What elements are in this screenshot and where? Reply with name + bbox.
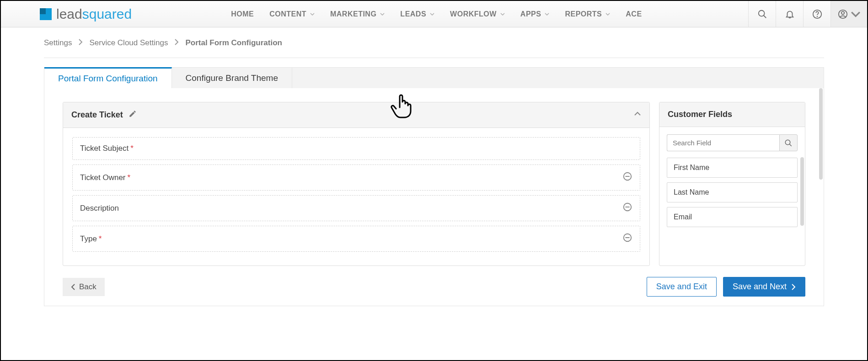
svg-point-3 xyxy=(817,16,817,16)
header: leadsquared HOMECONTENTMARKETINGLEADSWOR… xyxy=(1,1,867,27)
edit-icon[interactable] xyxy=(129,110,137,120)
field-row[interactable]: Ticket Subject* xyxy=(72,137,640,160)
search-icon[interactable] xyxy=(748,1,776,27)
chevron-down-icon xyxy=(545,12,549,16)
search-field-input[interactable] xyxy=(667,134,779,151)
tabs: Portal Form ConfigurationConfigure Brand… xyxy=(44,67,824,88)
bell-icon[interactable] xyxy=(776,1,803,27)
help-icon[interactable] xyxy=(803,1,830,27)
draggable-field[interactable]: Last Name xyxy=(667,182,798,202)
logo[interactable]: leadsquared xyxy=(40,6,132,22)
chevron-down-icon xyxy=(430,12,434,16)
breadcrumb-settings[interactable]: Settings xyxy=(44,38,72,48)
nav: HOMECONTENTMARKETINGLEADSWORKFLOWAPPSREP… xyxy=(223,1,649,27)
nav-ace[interactable]: ACE xyxy=(618,1,649,27)
field-row[interactable]: Ticket Owner* xyxy=(72,165,640,191)
card-header: Create Ticket xyxy=(63,102,649,128)
chevron-down-icon xyxy=(380,12,385,16)
card-header: Customer Fields xyxy=(659,102,805,127)
search-icon xyxy=(784,139,793,147)
field-row[interactable]: Type* xyxy=(72,226,640,252)
customer-fields-card: Customer Fields First NameLast NameEmail xyxy=(659,102,805,266)
draggable-field[interactable]: Email xyxy=(667,207,798,227)
create-ticket-card: Create Ticket Ticket Subject*Ticket Owne… xyxy=(63,102,650,266)
svg-point-12 xyxy=(785,140,790,145)
svg-point-0 xyxy=(758,10,764,16)
nav-marketing[interactable]: MARKETING xyxy=(322,1,392,27)
nav-apps[interactable]: APPS xyxy=(513,1,557,27)
tab-portal-form-configuration[interactable]: Portal Form Configuration xyxy=(44,67,172,88)
remove-icon[interactable] xyxy=(622,202,632,214)
collapse-icon[interactable] xyxy=(634,110,641,120)
save-and-next-button[interactable]: Save and Next xyxy=(723,277,805,297)
breadcrumb-current: Portal Form Configuration xyxy=(185,38,282,48)
field-row[interactable]: Description xyxy=(72,195,640,221)
chevron-right-icon xyxy=(78,38,83,48)
scrollbar[interactable] xyxy=(800,157,804,226)
logo-mark-icon xyxy=(40,8,52,20)
nav-home[interactable]: HOME xyxy=(223,1,262,27)
remove-icon[interactable] xyxy=(622,233,632,245)
search-button[interactable] xyxy=(779,134,798,151)
svg-line-1 xyxy=(763,15,766,18)
user-menu[interactable] xyxy=(830,1,867,27)
logo-text: leadsquared xyxy=(56,6,132,22)
chevron-down-icon xyxy=(310,12,315,16)
scrollbar[interactable] xyxy=(819,88,823,180)
chevron-down-icon xyxy=(851,9,861,19)
nav-leads[interactable]: LEADS xyxy=(392,1,442,27)
chevron-left-icon xyxy=(71,284,75,290)
svg-line-13 xyxy=(789,144,792,146)
tabs-container: Portal Form ConfigurationConfigure Brand… xyxy=(44,67,824,306)
remove-icon[interactable] xyxy=(622,171,632,184)
header-icons xyxy=(748,1,867,27)
svg-point-5 xyxy=(841,11,844,14)
tab-configure-brand-theme[interactable]: Configure Brand Theme xyxy=(172,68,292,88)
chevron-down-icon xyxy=(500,12,505,16)
search-field-row xyxy=(667,134,798,151)
card-title: Create Ticket xyxy=(71,110,123,120)
save-and-exit-button[interactable]: Save and Exit xyxy=(647,277,717,297)
card-title: Customer Fields xyxy=(668,110,732,119)
nav-content[interactable]: CONTENT xyxy=(262,1,322,27)
nav-workflow[interactable]: WORKFLOW xyxy=(442,1,513,27)
footer: Back Save and Exit Save and Next xyxy=(63,277,805,297)
form-fields-list: Ticket Subject*Ticket Owner*DescriptionT… xyxy=(63,128,649,265)
chevron-right-icon xyxy=(174,38,179,48)
breadcrumb-service-cloud[interactable]: Service Cloud Settings xyxy=(89,38,168,48)
nav-reports[interactable]: REPORTS xyxy=(557,1,618,27)
side-body: First NameLast NameEmail xyxy=(659,127,805,239)
user-icon xyxy=(838,9,848,19)
back-button[interactable]: Back xyxy=(63,278,105,296)
chevron-down-icon xyxy=(605,12,610,16)
panel: Create Ticket Ticket Subject*Ticket Owne… xyxy=(44,88,824,306)
draggable-field[interactable]: First Name xyxy=(667,158,798,178)
breadcrumb: Settings Service Cloud Settings Portal F… xyxy=(44,27,824,58)
chevron-right-icon xyxy=(791,284,796,290)
